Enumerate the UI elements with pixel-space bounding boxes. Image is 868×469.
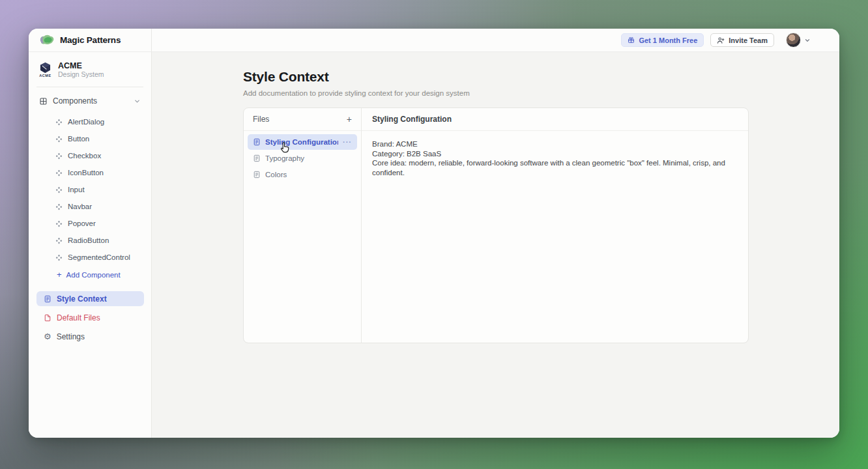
sidebar-item-radiobutton[interactable]: RadioButton: [29, 232, 151, 249]
acme-logo: ACME: [39, 63, 51, 78]
file-more-menu[interactable]: ···: [343, 138, 352, 146]
component-icon: [55, 152, 63, 160]
component-icon: [55, 237, 63, 244]
files-panel-header: Files +: [244, 108, 361, 131]
chevron-down-icon: [134, 98, 141, 105]
header-actions: Get 1 Month Free Invite Team: [152, 29, 839, 52]
file-detail-panel: Styling Configuration Brand: ACME Catego…: [362, 108, 748, 343]
invite-team-label: Invite Team: [729, 36, 768, 44]
files-title: Files: [253, 115, 269, 124]
sidebar-item-style-context[interactable]: Style Context: [36, 291, 144, 306]
user-avatar[interactable]: [786, 33, 801, 48]
component-icon: [55, 169, 63, 177]
invite-team-button[interactable]: Invite Team: [710, 33, 774, 47]
sidebar-item-input[interactable]: Input: [29, 181, 151, 198]
sidebar-item-popover[interactable]: Popover: [29, 215, 151, 232]
plus-icon: +: [57, 270, 62, 279]
page-subtitle: Add documentation to provide styling con…: [243, 89, 839, 97]
sidebar-item-iconbutton[interactable]: IconButton: [29, 164, 151, 181]
sidebar-nav: Style Context Default Files ⚙ Settings: [29, 290, 151, 344]
sidebar: ACME ACME Design System Components: [29, 52, 152, 438]
file-item-styling-configuration[interactable]: Styling Configuration ···: [248, 134, 357, 150]
add-component-button[interactable]: + Add Component: [29, 266, 151, 283]
style-context-card: Files + Styling Configuration ···: [243, 107, 749, 343]
workspace-name: ACME: [58, 61, 104, 70]
component-icon: [55, 186, 63, 193]
files-panel: Files + Styling Configuration ···: [244, 108, 362, 343]
document-icon: [253, 138, 261, 146]
component-icon: [55, 254, 63, 261]
workspace-subtitle: Design System: [58, 70, 104, 79]
desktop-background: Magic Patterns Get 1 Month Free: [0, 0, 868, 469]
app-window: Magic Patterns Get 1 Month Free: [29, 29, 839, 438]
file-icon: [44, 314, 51, 322]
gift-icon: [628, 36, 635, 44]
add-file-button[interactable]: +: [347, 115, 352, 124]
gear-icon: ⚙: [44, 333, 51, 341]
main-content: Style Context Add documentation to provi…: [152, 52, 839, 438]
component-icon: [55, 203, 63, 210]
detail-line-brand: Brand: ACME: [372, 139, 738, 149]
sidebar-item-default-files[interactable]: Default Files: [36, 310, 144, 325]
page-title: Style Context: [243, 69, 839, 85]
grid-icon: [39, 97, 48, 106]
sidebar-item-checkbox[interactable]: Checkbox: [29, 147, 151, 164]
component-icon: [55, 220, 63, 227]
chevron-down-icon: [804, 37, 811, 44]
sidebar-item-navbar[interactable]: Navbar: [29, 198, 151, 215]
brand-name: Magic Patterns: [60, 35, 121, 45]
user-menu[interactable]: [786, 33, 811, 48]
files-list: Styling Configuration ··· Typography: [244, 131, 361, 186]
sidebar-item-alertdialog[interactable]: AlertDialog: [29, 113, 151, 130]
detail-line-category: Category: B2B SaaS: [372, 149, 738, 159]
user-plus-icon: [717, 36, 725, 44]
file-item-colors[interactable]: Colors: [248, 167, 357, 182]
header-brand-area: Magic Patterns: [29, 29, 152, 52]
document-icon: [253, 154, 261, 162]
document-icon: [44, 295, 51, 303]
sidebar-item-button[interactable]: Button: [29, 130, 151, 147]
sidebar-divider: [36, 87, 143, 87]
get-month-free-label: Get 1 Month Free: [639, 36, 697, 44]
magic-patterns-logo-icon: [39, 34, 55, 46]
get-month-free-button[interactable]: Get 1 Month Free: [621, 33, 704, 47]
document-icon: [253, 171, 261, 178]
sidebar-item-segmentedcontrol[interactable]: SegmentedControl: [29, 249, 151, 266]
sidebar-item-settings[interactable]: ⚙ Settings: [36, 329, 144, 344]
detail-line-core-idea: Core idea: modern, reliable, forward-loo…: [372, 158, 738, 177]
acme-logo-text: ACME: [39, 74, 51, 78]
component-icon: [55, 135, 63, 143]
components-section-toggle[interactable]: Components: [29, 90, 151, 109]
detail-panel-title: Styling Configuration: [362, 108, 748, 131]
component-list: AlertDialog Button Checkbox IconButton I…: [29, 113, 151, 266]
component-icon: [55, 119, 63, 126]
file-item-typography[interactable]: Typography: [248, 150, 357, 166]
detail-panel-body: Brand: ACME Category: B2B SaaS Core idea…: [362, 131, 748, 186]
components-section-label: Components: [53, 96, 128, 106]
add-component-label: Add Component: [66, 271, 121, 279]
workspace-switcher[interactable]: ACME ACME Design System: [29, 60, 151, 85]
